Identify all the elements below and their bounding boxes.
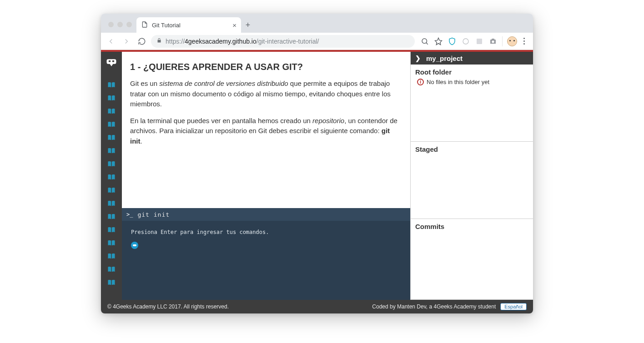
browser-tab[interactable]: Git Tutorial × [136,17,241,33]
main-column: 1 - ¿QUIERES APRENDER A USAR GIT? Git es… [122,52,410,300]
lesson-nav-item[interactable] [101,249,122,263]
window-controls [106,22,136,33]
new-tab-button[interactable]: + [241,17,255,33]
toolbar-icons [418,36,529,46]
root-folder-section: Root folder i No files in this folder ye… [411,65,533,142]
grid-icon[interactable] [475,37,484,46]
root-folder-empty: i No files in this folder yet [415,79,528,85]
minimize-window-dot[interactable] [117,22,123,27]
app-viewport: 1 - ¿QUIERES APRENDER A USAR GIT? Git es… [101,50,533,313]
svg-point-0 [422,39,427,44]
shield-icon[interactable] [448,37,457,46]
lesson-nav-item[interactable] [101,276,122,289]
lesson-content: 1 - ¿QUIERES APRENDER A USAR GIT? Git es… [122,52,410,208]
commits-section: Commits [411,219,533,300]
lesson-nav-item[interactable] [101,236,122,249]
tab-bar: Git Tutorial × + [101,14,533,33]
project-name: my_project [426,55,463,62]
lesson-nav-item[interactable] [101,184,122,197]
lesson-nav-item[interactable] [101,157,122,170]
root-folder-label: Root folder [415,68,528,76]
lesson-nav-item[interactable] [101,118,122,131]
kebab-menu-icon[interactable] [522,38,527,45]
url-field[interactable]: https://4geeksacademy.github.io/git-inte… [151,35,415,48]
svg-point-1 [463,39,468,44]
close-window-dot[interactable] [108,22,114,27]
app-logo[interactable] [105,56,118,70]
url-text: https://4geeksacademy.github.io/git-inte… [166,38,319,45]
tab-title: Git Tutorial [152,22,181,29]
lesson-nav-item[interactable] [101,223,122,236]
project-header[interactable]: ❯ my_project [411,52,533,65]
address-bar: https://4geeksacademy.github.io/git-inte… [101,33,533,50]
staged-label: Staged [415,145,528,153]
lesson-nav-item[interactable] [101,78,122,91]
prompt-icon: >_ [126,211,133,218]
lesson-nav-item[interactable] [101,263,122,276]
search-icon[interactable] [420,37,429,46]
terminal-input-row[interactable]: >_ git init [122,208,410,221]
lesson-nav-item[interactable] [101,170,122,184]
lesson-nav-item[interactable] [101,144,122,157]
terminal-cursor-row [131,242,401,249]
lesson-nav-item[interactable] [101,210,122,223]
lesson-sidebar [101,52,122,300]
profile-avatar[interactable] [507,36,517,46]
lesson-nav-item[interactable] [101,197,122,210]
maximize-window-dot[interactable] [126,22,132,27]
svg-point-3 [492,40,494,43]
lesson-nav-item[interactable] [101,104,122,118]
svg-rect-2 [477,39,482,44]
chevron-right-icon: ❯ [415,55,421,62]
lesson-heading: 1 - ¿QUIERES APRENDER A USAR GIT? [130,62,402,72]
commits-label: Commits [415,223,528,230]
reload-button[interactable] [136,35,148,48]
lesson-paragraph-1: Git es un sistema de control de versione… [130,79,402,109]
lesson-nav-item[interactable] [101,131,122,144]
language-button[interactable]: Español [500,303,527,310]
lesson-nav-item[interactable] [101,91,122,104]
terminal-command: git init [137,211,170,218]
staged-section: Staged [411,142,533,219]
forward-button[interactable] [120,35,133,48]
svg-rect-5 [112,60,114,62]
close-tab-icon[interactable]: × [232,21,236,29]
lock-icon [156,37,162,45]
info-icon: i [417,79,424,85]
terminal-output[interactable]: Presiona Enter para ingresar tus comando… [122,221,410,300]
star-icon[interactable] [434,37,443,46]
footer-credit: Coded by Manten Dev, a 4Geeks Academy st… [372,303,496,310]
camera-icon[interactable] [488,37,498,46]
footer-copyright: © 4Geeks Academy LLC 2017. All rights re… [107,303,229,310]
file-icon [141,21,148,30]
terminal-avatar-icon [131,242,138,249]
lesson-paragraph-2: En la terminal que puedes ver en pantall… [130,116,402,147]
browser-window: Git Tutorial × + https://4geeksacademy.g… [101,14,533,313]
back-button[interactable] [105,35,117,48]
circle-icon[interactable] [461,37,470,46]
app-footer: © 4Geeks Academy LLC 2017. All rights re… [101,300,533,313]
svg-rect-4 [109,60,111,62]
file-panel: ❯ my_project Root folder i No files in t… [410,52,533,300]
terminal-hint: Presiona Enter para ingresar tus comando… [131,229,401,235]
